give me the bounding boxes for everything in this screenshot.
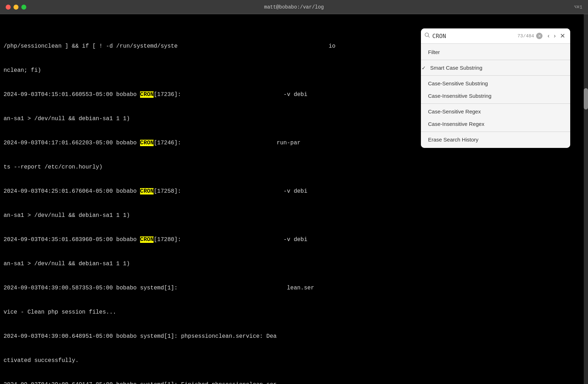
window-controls (6, 5, 26, 10)
search-dropdown: Filter Smart Case Substring Case-Sensiti… (421, 44, 570, 148)
log-line: an-sa1 > /dev/null && debian-sa1 1 1) (4, 212, 584, 220)
search-icon (424, 32, 430, 40)
log-line: 2024-09-03T04:39:00.648951-05:00 bobabo … (4, 332, 584, 341)
minimize-button[interactable] (14, 5, 18, 10)
dropdown-separator (421, 60, 570, 60)
log-line: vice - Clean php session files... (4, 308, 584, 316)
scrollbar-thumb[interactable] (584, 88, 588, 110)
window-title: matt@bobabo:/var/log (264, 4, 324, 10)
svg-line-1 (428, 36, 430, 37)
log-line: 2024-09-03T04:39:00.649147-05:00 bobabo … (4, 381, 584, 384)
maximize-button[interactable] (21, 5, 26, 10)
log-line: 2024-09-03T04:25:01.676064-05:00 bobabo … (4, 187, 584, 196)
option-erase-search-history[interactable]: Erase Search History (421, 133, 570, 146)
shortcut-label: ⌥⌘1 (574, 4, 582, 10)
log-line: ts --report /etc/cron.hourly) (4, 163, 584, 171)
scrollbar[interactable] (584, 14, 588, 384)
close-button[interactable] (6, 5, 11, 10)
dropdown-separator-2 (421, 75, 570, 76)
option-case-insensitive-regex[interactable]: Case-Insensitive Regex (421, 118, 570, 130)
title-bar: matt@bobabo:/var/log ⌥⌘1 (0, 0, 588, 14)
dropdown-separator-4 (421, 132, 570, 132)
log-line: 2024-09-03T04:39:00.587353-05:00 bobabo … (4, 284, 584, 292)
log-line: ctivated successfully. (4, 357, 584, 365)
filter-label-item: Filter (421, 46, 570, 58)
search-panel: 73/484 ✕ ‹ › ✕ Filter Smart Case Substri… (421, 28, 570, 148)
search-input[interactable] (432, 33, 515, 39)
search-clear-button[interactable]: ✕ (536, 33, 542, 39)
search-close-button[interactable]: ✕ (558, 31, 567, 41)
search-navigation: ‹ › ✕ (546, 31, 567, 41)
option-case-sensitive-substring[interactable]: Case-Sensitive Substring (421, 77, 570, 90)
search-prev-button[interactable]: ‹ (546, 31, 551, 41)
option-smart-case-substring[interactable]: Smart Case Substring (421, 62, 570, 74)
log-line: 2024-09-03T04:35:01.683960-05:00 bobabo … (4, 236, 584, 244)
option-case-sensitive-regex[interactable]: Case-Sensitive Regex (421, 105, 570, 118)
search-bar: 73/484 ✕ ‹ › ✕ (421, 28, 570, 44)
dropdown-separator-3 (421, 103, 570, 104)
search-count: 73/484 (518, 33, 534, 39)
log-line: an-sa1 > /dev/null && debian-sa1 1 1) (4, 260, 584, 268)
search-next-button[interactable]: › (552, 31, 557, 41)
option-case-insensitive-substring[interactable]: Case-Insensitive Substring (421, 90, 570, 102)
